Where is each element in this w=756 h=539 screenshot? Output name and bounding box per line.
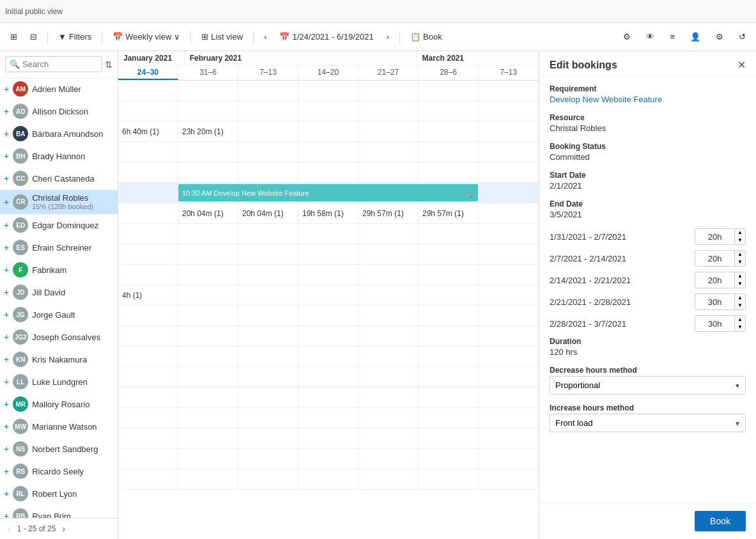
increment-btn[interactable]: ▲: [735, 294, 745, 302]
booking-bar[interactable]: 10:30 AM Develop New Website Feature⚓: [178, 184, 478, 201]
expand-row-icon[interactable]: +: [4, 197, 9, 207]
expand-row-icon[interactable]: +: [4, 511, 9, 518]
resource-item[interactable]: +NSNorbert Sandberg: [0, 438, 118, 460]
cal-cell: [238, 428, 298, 448]
resource-name: Mallory Rosario: [32, 400, 89, 409]
date-range-btn[interactable]: 📅 1/24/2021 - 6/19/2021: [274, 29, 378, 44]
resource-item[interactable]: +EDEdgar Dominquez: [0, 214, 118, 237]
resource-item[interactable]: +MRMallory Rosario: [0, 393, 118, 416]
book-btn[interactable]: Book: [695, 511, 746, 531]
cell-value: 23h 20m (1): [182, 127, 224, 136]
expand-row-icon[interactable]: +: [4, 106, 9, 116]
cal-cell: [479, 101, 539, 121]
weekly-view-btn[interactable]: 📅 Weekly view ∨: [107, 29, 185, 44]
increment-btn[interactable]: ▲: [735, 229, 745, 237]
search-input[interactable]: [22, 59, 98, 69]
decrement-btn[interactable]: ▼: [735, 237, 745, 244]
resource-item[interactable]: +ADAllison Dickson: [0, 100, 118, 123]
close-btn[interactable]: ✕: [737, 59, 746, 71]
expand-row-icon[interactable]: +: [4, 129, 9, 139]
decrement-btn[interactable]: ▼: [735, 324, 745, 331]
resource-item[interactable]: +JG2Joseph Gonsalves: [0, 326, 118, 348]
expand-row-icon[interactable]: +: [4, 265, 9, 275]
next-page-btn[interactable]: ›: [59, 522, 68, 535]
duration-label: Duration: [550, 337, 746, 346]
resource-item[interactable]: +ESEfrain Schreiner: [0, 237, 118, 259]
resource-item[interactable]: +CCCheri Castaneda: [0, 168, 118, 190]
resource-item[interactable]: +LLLuke Lundgren: [0, 371, 118, 393]
avatar: RL: [13, 486, 28, 501]
hours-spinner[interactable]: 20h▲▼: [695, 272, 746, 288]
resource-item[interactable]: +JDJill David: [0, 281, 118, 304]
collapse-panel-btn[interactable]: ⊞: [5, 29, 22, 44]
expand-row-icon[interactable]: +: [4, 173, 9, 184]
cal-cell: [479, 203, 539, 223]
columns-btn[interactable]: ≡: [665, 29, 680, 44]
gear-btn[interactable]: ⚙: [711, 29, 729, 44]
resource-item[interactable]: +KNKris Nakamura: [0, 348, 118, 371]
cal-cell: [359, 265, 419, 285]
sort-icon[interactable]: ⇅: [105, 59, 112, 70]
filter-btn[interactable]: ▼ Filters: [53, 29, 96, 44]
eye-btn[interactable]: 👁: [641, 29, 660, 44]
prev-page-btn[interactable]: ‹: [5, 522, 13, 535]
expand-row-icon[interactable]: +: [4, 242, 9, 253]
expand-row-icon[interactable]: +: [4, 287, 9, 297]
resource-item[interactable]: +RLRobert Lyon: [0, 483, 118, 505]
avatar: ES: [13, 240, 28, 255]
expand-row-icon[interactable]: +: [4, 421, 9, 432]
resource-item[interactable]: +MWMarianne Watson: [0, 416, 118, 438]
resource-item[interactable]: +CRChristal Robles15% (120h booked): [0, 190, 118, 214]
requirement-value[interactable]: Develop New Website Feature: [550, 95, 746, 104]
expand-panel-btn[interactable]: ⊟: [25, 29, 42, 44]
expand-row-icon[interactable]: +: [4, 84, 9, 94]
expand-row-icon[interactable]: +: [4, 332, 9, 342]
expand-row-icon[interactable]: +: [4, 220, 9, 230]
search-box[interactable]: 🔍: [5, 56, 102, 72]
increment-btn[interactable]: ▲: [735, 272, 745, 280]
view-settings-btn[interactable]: ⚙: [618, 29, 636, 44]
expand-row-icon[interactable]: +: [4, 377, 9, 387]
person-btn[interactable]: 👤: [685, 29, 706, 44]
resource-item[interactable]: +RBRyan Brim: [0, 505, 118, 518]
avatar: AD: [13, 104, 28, 119]
expand-row-icon[interactable]: +: [4, 399, 9, 409]
cell-value: 20h 04m (1): [182, 209, 224, 218]
refresh-btn[interactable]: ↺: [734, 29, 751, 44]
decrement-btn[interactable]: ▼: [735, 258, 745, 266]
hours-spinner[interactable]: 30h▲▼: [695, 315, 746, 332]
cal-cell: [118, 387, 178, 407]
decrement-btn[interactable]: ▼: [735, 302, 745, 309]
expand-row-icon[interactable]: +: [4, 354, 9, 364]
increment-btn[interactable]: ▲: [735, 251, 745, 258]
cal-cell: [238, 469, 298, 489]
expand-row-icon[interactable]: +: [4, 466, 9, 476]
resource-item[interactable]: +BHBrady Hannon: [0, 145, 118, 168]
decrease-method-select[interactable]: Proportional Front load Back load: [550, 376, 746, 394]
decrement-btn[interactable]: ▼: [735, 280, 745, 288]
hours-spinner[interactable]: 20h▲▼: [695, 250, 746, 267]
table-row: [118, 367, 539, 387]
resource-name: Kris Nakamura: [32, 355, 87, 364]
expand-row-icon[interactable]: +: [4, 151, 9, 161]
resource-item[interactable]: +BABárbara Amundson: [0, 123, 118, 145]
cal-cell: [419, 81, 479, 100]
hours-spinner[interactable]: 20h▲▼: [695, 228, 746, 245]
expand-row-icon[interactable]: +: [4, 309, 9, 320]
increment-btn[interactable]: ▲: [735, 316, 745, 324]
expand-row-icon[interactable]: +: [4, 444, 9, 454]
hours-value: 20h: [695, 252, 734, 265]
resource-item[interactable]: +FFabrikam: [0, 259, 118, 281]
expand-row-icon[interactable]: +: [4, 488, 9, 499]
cal-cell: [298, 244, 359, 264]
list-view-btn[interactable]: ⊞ List view: [196, 29, 248, 44]
hours-spinner[interactable]: 30h▲▼: [695, 293, 746, 310]
next-date-btn[interactable]: ›: [382, 29, 394, 44]
resource-item[interactable]: +JGJorge Gault: [0, 304, 118, 326]
increase-method-select[interactable]: Front load Back load Proportional: [550, 414, 746, 432]
resource-name: Efrain Schreiner: [32, 243, 91, 253]
book-toolbar-btn[interactable]: 📋 Book: [405, 29, 447, 44]
prev-date-btn[interactable]: ‹: [259, 29, 272, 44]
resource-item[interactable]: +AMAdrien Müller: [0, 78, 118, 100]
resource-item[interactable]: +RSRicardo Seely: [0, 460, 118, 483]
